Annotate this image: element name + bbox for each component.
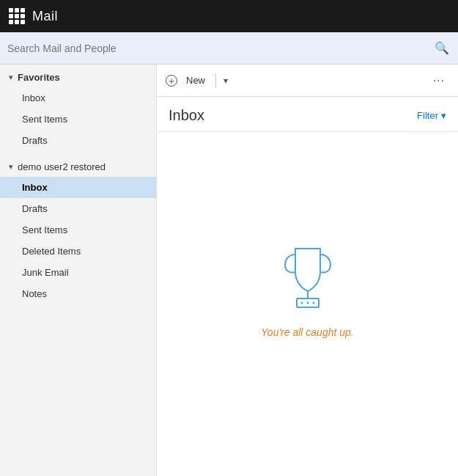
new-icon: ＋ [166,75,177,87]
layout: ▾ Favorites Inbox Sent Items Drafts ▾ de… [0,65,458,476]
filter-button[interactable]: Filter ▾ [417,110,446,121]
sidebar-item-favorites-drafts[interactable]: Drafts [0,130,156,151]
filter-chevron-icon: ▾ [441,110,446,121]
sidebar-item-sent[interactable]: Sent Items [0,219,156,241]
favorites-section-header[interactable]: ▾ Favorites [0,65,156,87]
svg-point-2 [300,301,303,304]
sidebar: ▾ Favorites Inbox Sent Items Drafts ▾ de… [0,65,157,476]
app-title: Mail [32,9,58,24]
new-button[interactable]: New [180,72,211,89]
toolbar: ＋ New ▾ ··· [157,65,458,97]
user-section-label: demo user2 restored [18,161,106,172]
empty-state: You're all caught up. [157,132,458,476]
sidebar-item-junk[interactable]: Junk Email [0,262,156,283]
empty-message: You're all caught up. [261,326,353,338]
trophy-icon [275,241,341,315]
sidebar-item-deleted[interactable]: Deleted Items [0,241,156,262]
sidebar-item-favorites-sent[interactable]: Sent Items [0,109,156,130]
sidebar-item-inbox[interactable]: Inbox [0,177,156,198]
waffle-icon[interactable] [9,8,25,24]
new-button-label: New [186,75,205,86]
favorites-label: Favorites [18,72,60,83]
inbox-title: Inbox [169,107,204,124]
inbox-header: Inbox Filter ▾ [157,97,458,132]
inbox-area: Inbox Filter ▾ [157,97,458,476]
toolbar-divider [215,73,216,88]
user-section-chevron-icon: ▾ [9,162,13,172]
main-content: ＋ New ▾ ··· Inbox Filter ▾ [157,65,458,476]
svg-point-4 [312,301,314,304]
search-bar: 🔍 [0,32,458,65]
more-actions-label: ··· [433,74,445,87]
favorites-chevron-icon: ▾ [9,73,13,82]
svg-point-3 [306,301,309,304]
top-bar: Mail [0,0,458,32]
sidebar-item-favorites-inbox[interactable]: Inbox [0,87,156,109]
search-button[interactable]: 🔍 [433,40,451,56]
more-actions-button[interactable]: ··· [429,71,449,90]
filter-label: Filter [417,110,438,121]
new-dropdown-button[interactable]: ▾ [221,73,231,89]
search-input[interactable] [7,43,427,54]
user-section-header[interactable]: ▾ demo user2 restored [0,154,156,177]
sidebar-item-drafts[interactable]: Drafts [0,198,156,219]
sidebar-item-notes[interactable]: Notes [0,283,156,304]
